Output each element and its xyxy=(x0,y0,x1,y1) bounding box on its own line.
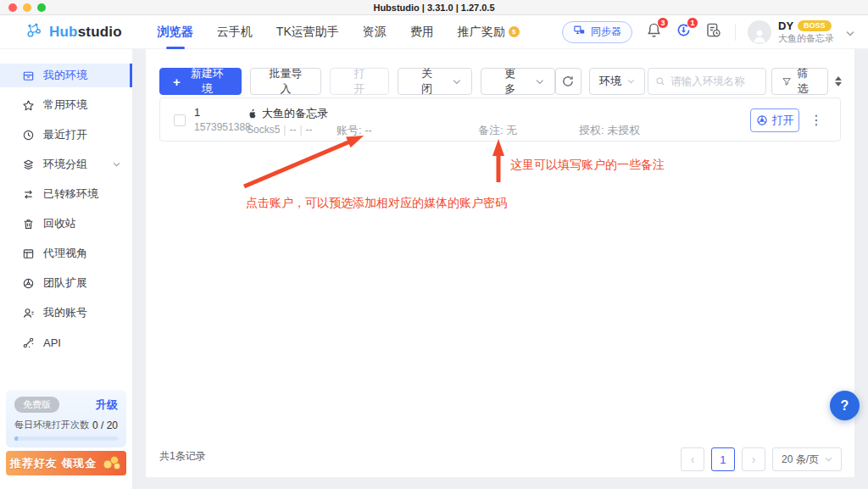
brand-logo[interactable]: Hubstudio xyxy=(25,21,122,43)
workspace-name: 大鱼的备忘录 xyxy=(778,33,834,45)
document-clock-icon xyxy=(705,22,721,42)
hubstudio-logo-icon xyxy=(25,21,44,43)
quota-value: 0 / 20 xyxy=(92,420,118,431)
tab-promo-rewards[interactable]: 推广奖励$ xyxy=(458,15,520,49)
avatar xyxy=(748,20,771,44)
transfer-icon xyxy=(22,188,35,201)
chevron-down-icon xyxy=(113,162,120,167)
user-info: DY BOSS 大鱼的备忘录 xyxy=(778,19,834,45)
synchronizer-button[interactable]: 同步器 xyxy=(562,21,632,43)
next-page-button[interactable]: › xyxy=(742,447,765,471)
trash-icon xyxy=(22,218,35,231)
apple-icon xyxy=(247,108,258,119)
prev-page-button[interactable]: ‹ xyxy=(681,447,704,471)
page-1-button[interactable]: 1 xyxy=(711,447,735,471)
app-body: 我的环境 常用环境 最近打开 xyxy=(0,49,868,489)
notifications-button[interactable]: 3 xyxy=(646,22,662,42)
plan-tier-badge: 免费版 xyxy=(14,397,59,413)
environment-row[interactable]: 1 1573951388 大鱼的备忘录 Socks5|--|-- 账号: -- xyxy=(159,97,841,142)
sidebar-menu: 我的环境 常用环境 最近打开 xyxy=(0,49,132,354)
api-link-icon xyxy=(22,336,35,349)
update-badge: 1 xyxy=(687,17,698,29)
refresh-button[interactable] xyxy=(555,68,581,95)
person-icon xyxy=(22,307,35,320)
sidebar-item-my-account[interactable]: 我的账号 xyxy=(0,301,132,325)
row-index-cell: 1 1573951388 xyxy=(194,106,251,133)
note-field[interactable]: 备注: 无 xyxy=(478,123,517,138)
sidebar-item-team-extension[interactable]: 团队扩展 xyxy=(0,271,132,295)
chevron-down-icon xyxy=(825,457,832,462)
refresh-icon xyxy=(561,75,575,88)
top-navbar: Hubstudio 浏览器 云手机 TK运营助手 资源 费用 推广奖励$ 同步器 xyxy=(0,15,868,49)
task-log-button[interactable] xyxy=(705,22,721,42)
open-button[interactable]: 打 开 xyxy=(330,68,389,95)
funnel-icon xyxy=(782,76,792,87)
user-name: DY xyxy=(778,19,793,33)
tab-billing[interactable]: 费用 xyxy=(410,15,434,49)
sidebar-item-api[interactable]: API xyxy=(0,331,132,354)
environment-box-icon xyxy=(22,69,35,82)
plan-card: 免费版 升级 每日环境打开次数 0 / 20 xyxy=(6,390,126,447)
referral-banner[interactable]: 推荐好友 领现金 xyxy=(6,451,126,475)
row-index: 1 xyxy=(194,106,251,119)
batch-import-button[interactable]: 批量导入 xyxy=(250,68,321,95)
account-field[interactable]: 账号: -- xyxy=(337,123,372,138)
team-network-icon xyxy=(22,277,35,290)
chevron-down-icon xyxy=(536,79,544,85)
environment-id: 1573951388 xyxy=(194,121,251,133)
record-count: 共1条记录 xyxy=(159,449,206,464)
row-name-cell: 大鱼的备忘录 Socks5|--|-- xyxy=(247,106,328,136)
update-button[interactable]: 1 xyxy=(676,22,692,42)
close-window-icon[interactable] xyxy=(8,3,17,12)
sidebar-item-recycle-bin[interactable]: 回收站 xyxy=(0,212,132,236)
tab-tk-assistant[interactable]: TK运营助手 xyxy=(276,15,339,49)
page-size-select[interactable]: 20 条/页 xyxy=(772,447,842,471)
gold-coins-icon xyxy=(100,453,122,475)
app-window: Hubstudio | 3.31.0 | 1.27.0.5 Hubstudio … xyxy=(0,0,868,489)
clock-icon xyxy=(22,129,35,142)
upgrade-link[interactable]: 升级 xyxy=(96,397,118,413)
sort-down-icon xyxy=(835,82,842,86)
help-button[interactable]: ? xyxy=(830,391,860,420)
user-menu[interactable]: DY BOSS 大鱼的备忘录 xyxy=(748,19,854,45)
plus-icon: + xyxy=(173,75,181,88)
proxy-info: Socks5|--|-- xyxy=(247,124,328,136)
search-scope-select[interactable]: 环境 xyxy=(589,68,646,95)
filter-button[interactable]: 筛选 xyxy=(771,68,828,95)
sort-up-icon xyxy=(835,76,842,81)
more-dropdown-button[interactable]: 更 多 xyxy=(481,68,555,95)
search-input[interactable] xyxy=(670,75,759,87)
main-content: + 新建环境 批量导入 打 开 关 闭 更 多 xyxy=(146,49,854,477)
tab-cloud-phone[interactable]: 云手机 xyxy=(217,15,253,49)
sidebar-item-recently-opened[interactable]: 最近打开 xyxy=(0,123,132,147)
tab-resources[interactable]: 资源 xyxy=(363,15,387,49)
sort-toggle-button[interactable] xyxy=(835,76,842,86)
tab-browser[interactable]: 浏览器 xyxy=(158,15,193,49)
quota-label: 每日环境打开次数 xyxy=(14,419,89,431)
sidebar-item-proxy-view[interactable]: 代理视角 xyxy=(0,242,132,265)
sidebar-item-transferred-environments[interactable]: 已转移环境 xyxy=(0,182,132,206)
row-more-menu-icon[interactable]: ⋮ xyxy=(806,109,826,131)
sidebar: 我的环境 常用环境 最近打开 xyxy=(0,49,132,489)
environment-search xyxy=(648,68,766,95)
pagination: ‹ 1 › 20 条/页 xyxy=(681,447,842,471)
referral-label: 推荐好友 领现金 xyxy=(10,456,97,471)
sidebar-item-my-environments[interactable]: 我的环境 xyxy=(0,64,132,87)
chrome-browser-icon xyxy=(756,114,768,126)
star-icon xyxy=(22,99,35,112)
account-annotation: 点击账户，可以预选添加相对应的媒体的账户密码 xyxy=(246,196,507,211)
row-open-button[interactable]: 打开 xyxy=(750,108,799,132)
minimize-window-icon[interactable] xyxy=(23,3,31,12)
chevron-down-icon xyxy=(627,79,635,84)
row-checkbox[interactable] xyxy=(174,114,186,126)
environment-name[interactable]: 大鱼的备忘录 xyxy=(262,106,328,121)
window-controls xyxy=(8,3,46,12)
close-dropdown-button[interactable]: 关 闭 xyxy=(398,68,472,95)
maximize-window-icon[interactable] xyxy=(37,3,46,12)
new-environment-button[interactable]: + 新建环境 xyxy=(159,68,242,95)
proxy-layout-icon xyxy=(22,247,35,260)
sidebar-item-environment-groups[interactable]: 环境分组 xyxy=(0,153,132,176)
divider xyxy=(735,24,736,41)
note-annotation: 这里可以填写账户的一些备注 xyxy=(510,158,665,173)
sidebar-item-favorite-environments[interactable]: 常用环境 xyxy=(0,93,132,117)
